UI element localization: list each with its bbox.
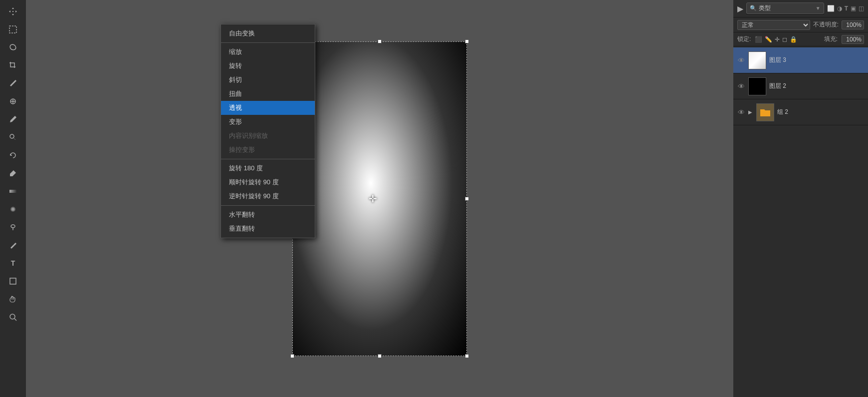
handle-tc[interactable] — [378, 39, 382, 43]
handle-bc[interactable] — [378, 354, 382, 358]
menu-rotate90ccw[interactable]: 逆时针旋转 90 度 — [221, 189, 315, 203]
dodge-tool[interactable] — [5, 220, 20, 235]
eyedropper-tool[interactable] — [5, 76, 20, 91]
layer3-visibility[interactable]: 👁 — [737, 56, 745, 64]
menu-sep-1 — [221, 42, 315, 43]
menu-sep-2 — [221, 159, 315, 159]
pen-tool[interactable] — [5, 238, 20, 253]
type-tool[interactable]: T — [5, 256, 20, 271]
menu-rotate[interactable]: 旋转 — [221, 59, 315, 73]
layers-list: 👁 图层 3 👁 图层 2 👁 ▶ 组 2 — [733, 46, 868, 126]
layer-item-group2[interactable]: 👁 ▶ 组 2 — [733, 99, 868, 125]
menu-warp[interactable]: 变形 — [221, 115, 315, 129]
blend-mode-select[interactable]: 正常 — [737, 20, 810, 30]
layer-shape-icon[interactable]: ▣ — [851, 5, 856, 12]
layer-item-layer2[interactable]: 👁 图层 2 — [733, 73, 868, 99]
opacity-label: 不透明度: — [813, 20, 839, 29]
gradient-tool[interactable] — [5, 184, 20, 199]
move-tool[interactable] — [5, 4, 20, 19]
layer-item-layer3[interactable]: 👁 图层 3 — [733, 47, 868, 73]
menu-distort[interactable]: 扭曲 — [221, 87, 315, 101]
brush-tool[interactable] — [5, 112, 20, 127]
blend-opacity-bar: 正常 不透明度: 100% — [733, 17, 868, 32]
heal-tool[interactable] — [5, 94, 20, 109]
layer-type-text-icon[interactable]: T — [845, 5, 848, 12]
handle-tr[interactable] — [465, 39, 469, 43]
svg-rect-0 — [12, 11, 13, 12]
left-toolbar: T — [0, 0, 26, 397]
layer-pixel-icon[interactable]: ⬜ — [827, 5, 835, 12]
blur-tool[interactable] — [5, 202, 20, 217]
layer-smart-icon[interactable]: ◫ — [859, 5, 864, 12]
svg-rect-1 — [9, 26, 16, 33]
selection-tool[interactable] — [5, 22, 20, 37]
eraser-tool[interactable] — [5, 166, 20, 181]
canvas-area: ✛ 自由变换 缩放 旋转 斜切 扭曲 透视 变形 内容识别缩放 操控变形 旋转 … — [26, 0, 733, 397]
play-button[interactable]: ▶ — [737, 4, 743, 13]
svg-point-8 — [11, 208, 14, 211]
menu-perspective[interactable]: 透视 — [221, 101, 315, 115]
fill-value[interactable]: 100% — [842, 35, 864, 44]
group2-thumbnail — [756, 103, 774, 121]
svg-rect-6 — [9, 190, 16, 193]
history-brush-tool[interactable] — [5, 148, 20, 163]
lock-bar: 锁定: ⬛ ✏️ ✛ ◻ 🔒 填充: 100% — [733, 32, 868, 46]
svg-line-13 — [14, 319, 16, 321]
lock-position-btn[interactable]: ✛ — [775, 36, 780, 43]
group2-name: 组 2 — [777, 108, 864, 116]
lock-all-btn[interactable]: 🔒 — [790, 36, 797, 43]
layer2-visibility[interactable]: 👁 — [737, 82, 745, 90]
zoom-tool[interactable] — [5, 310, 20, 325]
menu-rotate180[interactable]: 旋转 180 度 — [221, 161, 315, 175]
menu-flip-h[interactable]: 水平翻转 — [221, 208, 315, 222]
right-panel: ▶ 🔍 类型 ▼ ⬜ ◑ T ▣ ◫ 正常 不透明度: 100% 锁定: ⬛ — [733, 0, 868, 397]
menu-flip-v[interactable]: 垂直翻转 — [221, 222, 315, 236]
menu-free-transform[interactable]: 自由变换 — [221, 26, 315, 40]
group2-expand-arrow[interactable]: ▶ — [748, 109, 752, 115]
lasso-tool[interactable] — [5, 40, 20, 55]
svg-point-9 — [11, 225, 15, 228]
layer3-thumbnail — [748, 51, 766, 69]
menu-scale[interactable]: 缩放 — [221, 45, 315, 59]
handle-br[interactable] — [465, 354, 469, 358]
menu-rotate90cw[interactable]: 顺时针旋转 90 度 — [221, 175, 315, 189]
selection-border — [292, 41, 467, 356]
layer3-name: 图层 3 — [769, 56, 864, 64]
menu-sep-3 — [221, 205, 315, 206]
layers-search-bar: 🔍 类型 ▼ — [746, 2, 824, 14]
canvas-document: ✛ — [292, 41, 467, 356]
layer-adj-icon[interactable]: ◑ — [837, 5, 842, 12]
svg-rect-11 — [10, 278, 16, 284]
search-box[interactable]: 🔍 类型 ▼ — [746, 2, 824, 14]
hand-tool[interactable] — [5, 292, 20, 307]
layer2-name: 图层 2 — [769, 82, 864, 90]
handle-mr[interactable] — [465, 197, 469, 201]
layer-type-icons: ⬜ ◑ T ▣ ◫ — [827, 5, 864, 12]
menu-content-aware-scale: 内容识别缩放 — [221, 129, 315, 143]
fill-label: 填充: — [824, 35, 838, 43]
svg-point-12 — [10, 314, 15, 319]
layer2-thumbnail — [748, 77, 766, 95]
move-cursor: ✛ — [369, 193, 377, 205]
context-menu: 自由变换 缩放 旋转 斜切 扭曲 透视 变形 内容识别缩放 操控变形 旋转 18… — [220, 24, 315, 238]
lock-pixels-btn[interactable]: ⬛ — [755, 36, 762, 43]
menu-skew[interactable]: 斜切 — [221, 73, 315, 87]
lock-image-btn[interactable]: ✏️ — [765, 36, 772, 43]
lock-artboard-btn[interactable]: ◻ — [782, 36, 787, 43]
crop-tool[interactable] — [5, 58, 20, 73]
group2-visibility[interactable]: 👁 — [737, 108, 745, 116]
menu-puppet-warp: 操控变形 — [221, 143, 315, 157]
shape-tool[interactable] — [5, 274, 20, 289]
lock-label: 锁定: — [737, 35, 751, 43]
search-label: 类型 — [759, 4, 771, 12]
opacity-value[interactable]: 100% — [842, 20, 864, 29]
handle-bl[interactable] — [290, 354, 294, 358]
search-dropdown-icon[interactable]: ▼ — [816, 5, 821, 11]
search-icon: 🔍 — [750, 5, 757, 11]
clone-tool[interactable] — [5, 130, 20, 145]
lock-icons: ⬛ ✏️ ✛ ◻ 🔒 — [755, 36, 797, 43]
